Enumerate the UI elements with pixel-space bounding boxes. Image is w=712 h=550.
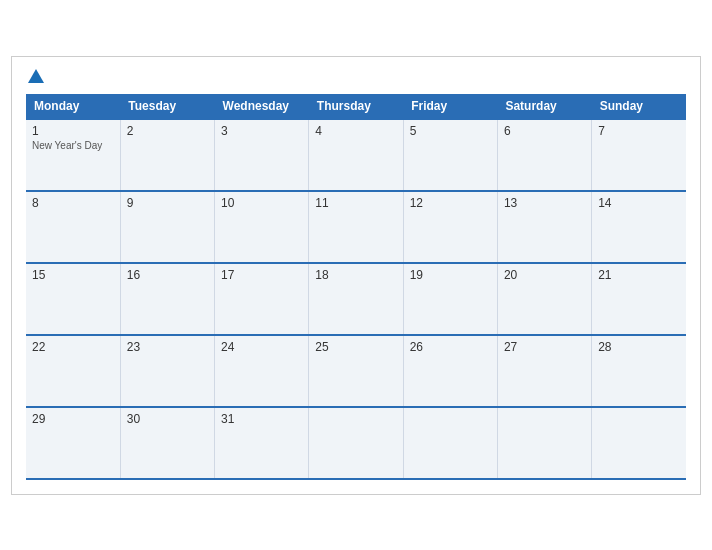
calendar-cell: 9 <box>120 191 214 263</box>
calendar-cell <box>403 407 497 479</box>
day-number: 21 <box>598 268 680 282</box>
calendar-cell: 16 <box>120 263 214 335</box>
calendar-cell: 1New Year's Day <box>26 119 120 191</box>
day-event: New Year's Day <box>32 140 114 151</box>
calendar-cell: 27 <box>497 335 591 407</box>
calendar-cell: 4 <box>309 119 403 191</box>
calendar-cell: 23 <box>120 335 214 407</box>
day-number: 5 <box>410 124 491 138</box>
day-number: 25 <box>315 340 396 354</box>
day-number: 9 <box>127 196 208 210</box>
day-header-tuesday: Tuesday <box>120 94 214 119</box>
calendar-cell: 11 <box>309 191 403 263</box>
week-row-5: 293031 <box>26 407 686 479</box>
day-number: 18 <box>315 268 396 282</box>
calendar-grid: MondayTuesdayWednesdayThursdayFridaySatu… <box>26 94 686 480</box>
calendar-cell: 15 <box>26 263 120 335</box>
day-number: 22 <box>32 340 114 354</box>
calendar-cell: 22 <box>26 335 120 407</box>
calendar-cell: 17 <box>215 263 309 335</box>
calendar-cell: 30 <box>120 407 214 479</box>
calendar-cell: 7 <box>592 119 686 191</box>
day-number: 1 <box>32 124 114 138</box>
calendar-cell <box>309 407 403 479</box>
day-number: 14 <box>598 196 680 210</box>
calendar-thead: MondayTuesdayWednesdayThursdayFridaySatu… <box>26 94 686 119</box>
day-number: 30 <box>127 412 208 426</box>
calendar-cell: 31 <box>215 407 309 479</box>
day-number: 10 <box>221 196 302 210</box>
calendar-cell: 25 <box>309 335 403 407</box>
calendar-header <box>26 69 686 84</box>
calendar-cell: 24 <box>215 335 309 407</box>
day-header-friday: Friday <box>403 94 497 119</box>
calendar-cell: 28 <box>592 335 686 407</box>
day-number: 2 <box>127 124 208 138</box>
calendar-cell: 12 <box>403 191 497 263</box>
day-number: 26 <box>410 340 491 354</box>
day-number: 12 <box>410 196 491 210</box>
day-header-monday: Monday <box>26 94 120 119</box>
day-number: 17 <box>221 268 302 282</box>
calendar-cell: 21 <box>592 263 686 335</box>
day-number: 16 <box>127 268 208 282</box>
calendar-cell: 29 <box>26 407 120 479</box>
days-header-row: MondayTuesdayWednesdayThursdayFridaySatu… <box>26 94 686 119</box>
calendar-cell <box>592 407 686 479</box>
day-number: 19 <box>410 268 491 282</box>
calendar-cell: 20 <box>497 263 591 335</box>
logo-area <box>26 69 44 84</box>
day-number: 8 <box>32 196 114 210</box>
day-number: 29 <box>32 412 114 426</box>
week-row-2: 891011121314 <box>26 191 686 263</box>
day-number: 13 <box>504 196 585 210</box>
day-number: 3 <box>221 124 302 138</box>
day-number: 31 <box>221 412 302 426</box>
day-number: 23 <box>127 340 208 354</box>
week-row-3: 15161718192021 <box>26 263 686 335</box>
calendar-cell: 26 <box>403 335 497 407</box>
calendar-cell: 6 <box>497 119 591 191</box>
calendar-cell: 10 <box>215 191 309 263</box>
calendar-container: MondayTuesdayWednesdayThursdayFridaySatu… <box>11 56 701 495</box>
calendar-cell <box>497 407 591 479</box>
day-number: 27 <box>504 340 585 354</box>
day-number: 4 <box>315 124 396 138</box>
day-number: 20 <box>504 268 585 282</box>
calendar-cell: 2 <box>120 119 214 191</box>
week-row-1: 1New Year's Day234567 <box>26 119 686 191</box>
calendar-cell: 14 <box>592 191 686 263</box>
day-number: 6 <box>504 124 585 138</box>
day-header-sunday: Sunday <box>592 94 686 119</box>
calendar-cell: 3 <box>215 119 309 191</box>
day-number: 24 <box>221 340 302 354</box>
calendar-cell: 8 <box>26 191 120 263</box>
day-number: 11 <box>315 196 396 210</box>
calendar-cell: 13 <box>497 191 591 263</box>
day-header-wednesday: Wednesday <box>215 94 309 119</box>
day-number: 28 <box>598 340 680 354</box>
day-number: 15 <box>32 268 114 282</box>
calendar-cell: 5 <box>403 119 497 191</box>
day-header-saturday: Saturday <box>497 94 591 119</box>
calendar-cell: 18 <box>309 263 403 335</box>
logo-triangle-icon <box>28 69 44 83</box>
week-row-4: 22232425262728 <box>26 335 686 407</box>
calendar-tbody: 1New Year's Day2345678910111213141516171… <box>26 119 686 479</box>
day-number: 7 <box>598 124 680 138</box>
day-header-thursday: Thursday <box>309 94 403 119</box>
calendar-cell: 19 <box>403 263 497 335</box>
